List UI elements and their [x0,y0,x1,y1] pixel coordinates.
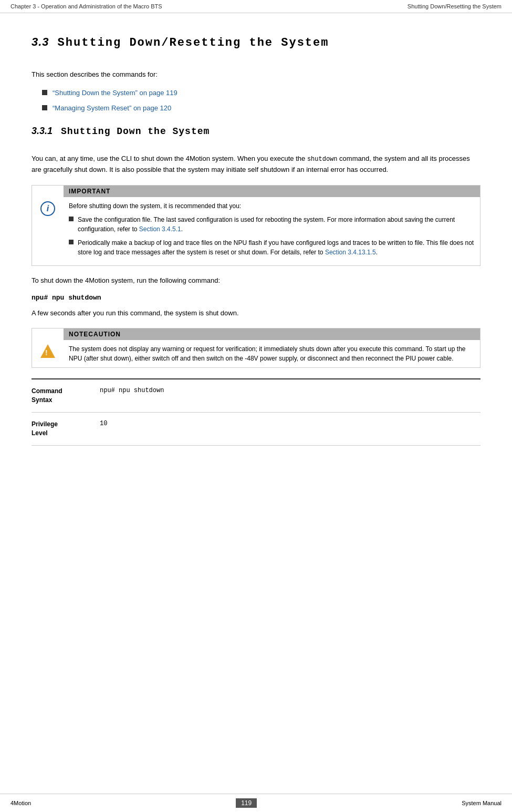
command-table: CommandSyntax npu# npu shutdown Privileg… [32,378,480,445]
footer-left: 4Motion [11,800,31,806]
important-box: i IMPORTANT Before shutting down the sys… [32,185,480,266]
section-3-3-1-title: Shutting Down the System [61,126,210,137]
important-bullet-text-2: Periodically make a backup of log and tr… [78,238,475,257]
info-icon: i [40,201,55,216]
privilege-level-label-text: PrivilegeLevel [32,420,58,437]
footer-right: System Manual [462,800,501,806]
page-footer: 4Motion 119 System Manual [0,794,512,812]
warning-icon [40,344,55,358]
command-syntax-label-text: CommandSyntax [32,387,62,404]
section-3-3-title: Shutting Down/Resetting the System [58,36,329,49]
bullet-link-item-2: “Managing System Reset” on page 120 [42,103,480,114]
important-icon-col: i [32,186,64,265]
important-bullet-square-2 [69,240,74,244]
notecaution-header: NOTECAUTION [64,328,480,340]
important-bullet-2: Periodically make a backup of log and tr… [69,238,475,257]
bullet-square-icon-2 [42,105,47,110]
section-3-3-1-heading: 3.3.1 Shutting Down the System [32,121,480,144]
section-link-2[interactable]: Section 3.4.13.1.5 [325,249,376,256]
notecaution-body: The system does not display any warning … [64,340,480,367]
table-row-privilege-level: PrivilegeLevel 10 [32,413,480,446]
post-command-text: A few seconds after you run this command… [32,308,480,319]
notecaution-icon-col [32,328,64,367]
privilege-level-value: 10 [100,420,107,427]
command-syntax-label: CommandSyntax [32,387,100,405]
important-header: IMPORTANT [64,186,480,197]
section-3-3-heading: 3.3 Shutting Down/Resetting the System [32,31,480,60]
bullet-square-icon-1 [42,90,47,95]
page-number: 119 [236,798,257,808]
header-left: Chapter 3 - Operation and Administration… [11,3,162,9]
pre-command-text: To shut down the 4Motion system, run the… [32,275,480,286]
section-link-1[interactable]: Section 3.4.5.1 [139,225,181,233]
important-bullet-square-1 [69,217,74,221]
bullet-link-text-2[interactable]: “Managing System Reset” on page 120 [53,103,171,114]
main-content: 3.3 Shutting Down/Resetting the System T… [0,13,512,456]
table-row-command-syntax: CommandSyntax npu# npu shutdown [32,379,480,413]
shutdown-code-inline: shutdown [307,156,338,163]
important-content: IMPORTANT Before shutting down the syste… [64,186,480,265]
header-right: Shutting Down/Resetting the System [407,3,501,9]
section-3-3-1-number: 3.3.1 [32,126,53,137]
bullet-links-list: “Shutting Down the System” on page 119 “… [42,88,480,114]
privilege-level-label: PrivilegeLevel [32,420,100,438]
bullet-link-item-1: “Shutting Down the System” on page 119 [42,88,480,98]
notecaution-box: NOTECAUTION The system does not display … [32,328,480,368]
bullet-link-text-1[interactable]: “Shutting Down the System” on page 119 [53,88,177,98]
important-body: Before shutting down the system, it is r… [64,197,480,265]
notecaution-content: NOTECAUTION The system does not display … [64,328,480,367]
command-block: npu# npu shutdown [32,294,480,302]
important-bullet-text-1: Save the configuration file. The last sa… [78,215,475,234]
command-syntax-value: npu# npu shutdown [100,387,164,394]
section-3-3-number: 3.3 [32,35,49,49]
important-intro: Before shutting down the system, it is r… [69,201,475,211]
page-header: Chapter 3 - Operation and Administration… [0,0,512,13]
intro-text: This section describes the commands for: [32,69,480,80]
important-bullets: Save the configuration file. The last sa… [69,215,475,257]
important-bullet-1: Save the configuration file. The last sa… [69,215,475,234]
body-paragraph: You can, at any time, use the CLI to shu… [32,153,480,176]
